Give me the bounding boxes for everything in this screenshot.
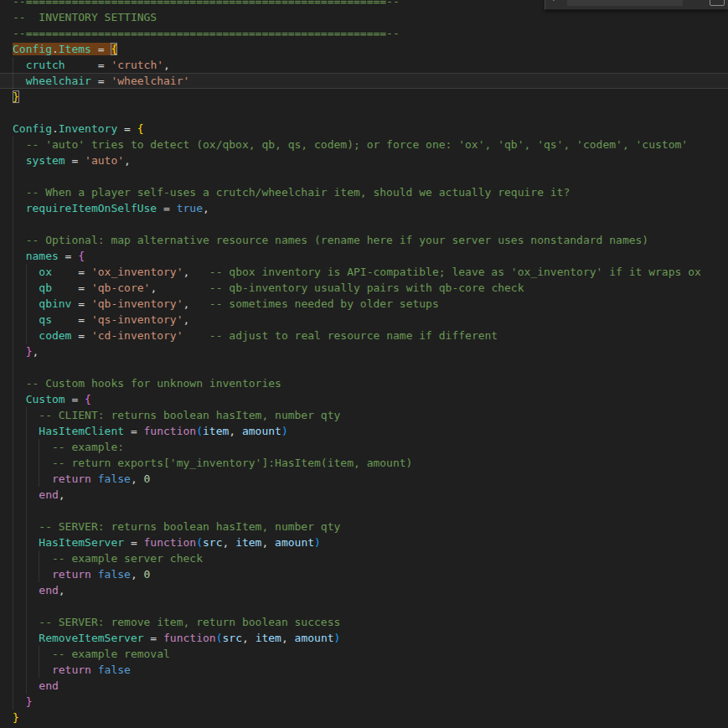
code-line[interactable] xyxy=(13,168,701,184)
chevron-collapse-icon[interactable]: › xyxy=(551,0,557,7)
code-line[interactable]: end xyxy=(13,678,701,694)
code-line[interactable]: return false, 0 xyxy=(13,566,701,582)
code-line[interactable]: -- CLIENT: returns boolean hasItem, numb… xyxy=(13,407,701,423)
code-editor[interactable]: --======================================… xyxy=(0,0,728,728)
code-line[interactable]: -- example removal xyxy=(13,646,701,662)
code-line[interactable]: -- When a player self-uses a crutch/whee… xyxy=(13,184,701,200)
code-line[interactable]: -- SERVER: returns boolean hasItem, numb… xyxy=(13,519,701,534)
code-line[interactable]: end, xyxy=(13,582,701,598)
code-line[interactable] xyxy=(13,359,701,375)
code-line[interactable] xyxy=(13,105,701,121)
find-widget[interactable]: › Config.Items = { xyxy=(545,0,728,10)
find-input[interactable]: Config.Items = { xyxy=(567,0,683,6)
code-line[interactable]: RemoveItemServer = function(src, item, a… xyxy=(13,630,701,646)
code-line[interactable]: Custom = { xyxy=(13,391,701,407)
code-line[interactable]: } xyxy=(13,694,701,710)
code-line[interactable]: names = { xyxy=(13,248,701,264)
code-line[interactable] xyxy=(13,216,701,232)
code-line[interactable]: requireItemOnSelfUse = true, xyxy=(13,200,701,216)
code-line[interactable]: -- Custom hooks for unknown inventories xyxy=(13,375,701,391)
code-line[interactable]: crutch = 'crutch', xyxy=(13,57,701,73)
code-line[interactable]: } xyxy=(13,89,701,105)
code-line[interactable]: ox = 'ox_inventory', -- qbox inventory i… xyxy=(13,264,701,280)
code-line[interactable] xyxy=(13,598,701,614)
code-line[interactable]: HasItemClient = function(item, amount) xyxy=(13,423,701,439)
code-line[interactable]: end, xyxy=(13,487,701,503)
code-line[interactable]: Config.Items = { xyxy=(13,41,701,57)
code-line[interactable]: Config.Inventory = { xyxy=(13,121,701,137)
code-line[interactable]: -- example server check xyxy=(13,550,701,566)
code-line[interactable]: HasItemServer = function(src, item, amou… xyxy=(13,534,701,550)
code-line[interactable]: -- Optional: map alternative resource na… xyxy=(13,232,701,248)
code-area[interactable]: --======================================… xyxy=(13,0,701,725)
code-line[interactable]: }, xyxy=(13,343,701,359)
code-line[interactable]: -- example: xyxy=(13,439,701,455)
code-line[interactable] xyxy=(13,503,701,519)
code-line[interactable]: system = 'auto', xyxy=(13,152,701,168)
find-option-button[interactable] xyxy=(710,0,725,6)
code-line[interactable]: codem = 'cd-inventory' -- adjust to real… xyxy=(13,328,701,343)
code-line[interactable]: -- SERVER: remove item, return boolean s… xyxy=(13,614,701,630)
code-line[interactable]: return false xyxy=(13,662,701,678)
code-line[interactable]: -- 'auto' tries to detect (ox/qbox, qb, … xyxy=(13,137,701,152)
code-line[interactable]: wheelchair = 'wheelchair' xyxy=(13,73,701,89)
code-line[interactable]: --======================================… xyxy=(13,25,701,41)
code-line[interactable]: qb = 'qb-core', -- qb-inventory usually … xyxy=(13,280,701,296)
code-line[interactable]: -- return exports['my_inventory']:HasIte… xyxy=(13,455,701,471)
code-line[interactable]: qs = 'qs-inventory', xyxy=(13,312,701,328)
code-line[interactable]: return false, 0 xyxy=(13,471,701,487)
code-line[interactable]: -- INVENTORY SETTINGS xyxy=(13,9,701,25)
code-line[interactable]: } xyxy=(13,710,701,725)
code-line[interactable]: qbinv = 'qb-inventory', -- sometimes nee… xyxy=(13,296,701,312)
